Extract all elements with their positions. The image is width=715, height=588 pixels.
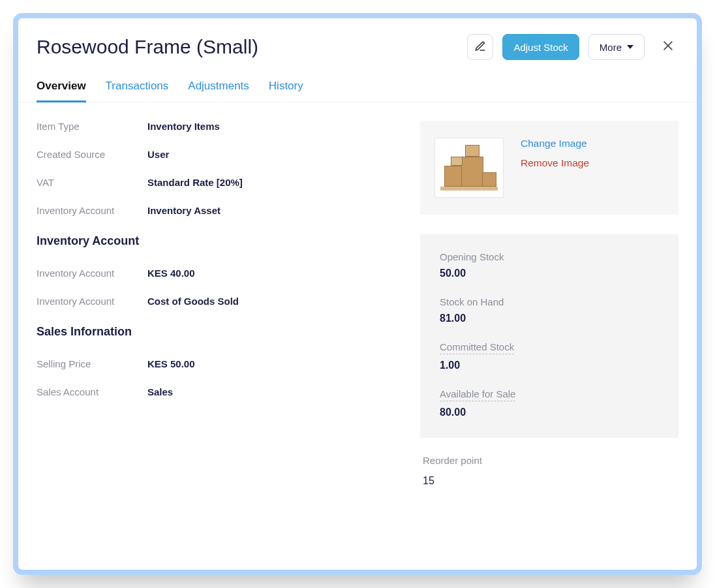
row-inv-acct-2: Inventory Account Cost of Goods Sold: [37, 296, 415, 307]
more-button[interactable]: More: [588, 34, 645, 60]
edit-button[interactable]: [467, 34, 493, 60]
stock-summary-card: Opening Stock 50.00 Stock on Hand 81.00 …: [420, 234, 678, 438]
body: Item Type Inventory Items Created Source…: [18, 102, 697, 500]
boxes-icon: [444, 166, 463, 187]
label-reorder-point: Reorder point: [423, 455, 678, 466]
row-vat: VAT Standard Rate [20%]: [37, 177, 415, 188]
section-sales-information: Sales Infornation: [37, 325, 415, 339]
header: Rosewood Frame (Small) Adjust Stock More: [18, 18, 697, 65]
right-column: Change Image Remove Image Opening Stock …: [420, 121, 688, 487]
label-selling-price: Selling Price: [37, 358, 147, 369]
value-committed-stock: 1.00: [440, 360, 659, 371]
reorder-point: Reorder point 15: [420, 455, 678, 487]
row-inv-acct-1: Inventory Account KES 40.00: [37, 268, 415, 279]
change-image-link[interactable]: Change Image: [521, 138, 589, 149]
value-inv-acct-2: Cost of Goods Sold: [147, 296, 239, 307]
stock-committed: Committed Stock 1.00: [440, 341, 659, 371]
row-created-source: Created Source User: [37, 149, 415, 160]
tab-history[interactable]: History: [269, 74, 303, 102]
page-title: Rosewood Frame (Small): [37, 36, 467, 58]
label-committed-stock: Committed Stock: [440, 341, 514, 354]
tab-adjustments[interactable]: Adjustments: [188, 74, 249, 102]
stock-available: Available for Sale 80.00: [440, 388, 659, 418]
tab-transactions[interactable]: Transactions: [106, 74, 169, 102]
value-vat: Standard Rate [20%]: [147, 177, 243, 188]
label-available-for-sale: Available for Sale: [440, 388, 515, 401]
item-thumbnail: [434, 138, 504, 198]
value-item-type: Inventory Items: [147, 121, 220, 132]
value-opening-stock: 50.00: [440, 268, 659, 279]
value-created-source: User: [147, 149, 169, 160]
close-button[interactable]: [658, 38, 678, 56]
caret-down-icon: [627, 45, 633, 49]
label-inventory-account: Inventory Account: [37, 205, 147, 216]
label-opening-stock: Opening Stock: [440, 251, 659, 262]
row-selling-price: Selling Price KES 50.00: [37, 358, 415, 369]
stock-opening: Opening Stock 50.00: [440, 251, 659, 279]
label-created-source: Created Source: [37, 149, 147, 160]
image-links: Change Image Remove Image: [521, 138, 589, 177]
label-inv-acct-1: Inventory Account: [37, 268, 147, 279]
left-column: Item Type Inventory Items Created Source…: [37, 121, 415, 487]
value-inventory-account: Inventory Asset: [147, 205, 221, 216]
adjust-stock-button[interactable]: Adjust Stock: [502, 34, 579, 60]
row-sales-account: Sales Account Sales: [37, 386, 415, 397]
label-inv-acct-2: Inventory Account: [37, 296, 147, 307]
remove-image-link[interactable]: Remove Image: [521, 157, 589, 169]
label-sales-account: Sales Account: [37, 386, 147, 397]
label-item-type: Item Type: [37, 121, 147, 132]
value-stock-on-hand: 81.00: [440, 313, 659, 324]
section-inventory-account: Inventory Account: [37, 234, 415, 248]
label-vat: VAT: [37, 177, 147, 188]
label-stock-on-hand: Stock on Hand: [440, 296, 659, 307]
value-reorder-point: 15: [423, 475, 678, 487]
row-item-type: Item Type Inventory Items: [37, 121, 415, 132]
tab-overview[interactable]: Overview: [37, 74, 86, 102]
row-inventory-account: Inventory Account Inventory Asset: [37, 205, 415, 216]
tabs: Overview Transactions Adjustments Histor…: [18, 74, 697, 102]
header-actions: Adjust Stock More: [467, 34, 678, 60]
value-selling-price: KES 50.00: [147, 358, 195, 369]
image-card: Change Image Remove Image: [420, 121, 678, 215]
pencil-icon: [474, 40, 486, 54]
item-detail-panel: Rosewood Frame (Small) Adjust Stock More…: [13, 13, 702, 575]
more-label: More: [600, 42, 622, 53]
value-available-for-sale: 80.00: [440, 407, 659, 418]
value-sales-account: Sales: [147, 386, 173, 397]
value-inv-acct-1: KES 40.00: [147, 268, 195, 279]
stock-on-hand: Stock on Hand 81.00: [440, 296, 659, 324]
